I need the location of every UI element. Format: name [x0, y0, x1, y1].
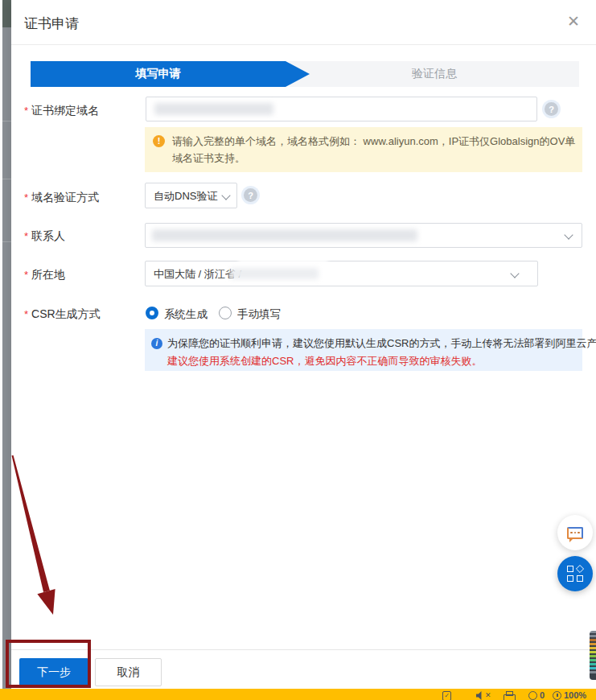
location-label: *所在地 — [24, 268, 65, 282]
csr-info-line1: 为保障您的证书顺利申请，建议您使用默认生成CSR的方式，手动上传将无法部署到阿里… — [167, 335, 576, 352]
domain-help-icon[interactable]: ? — [545, 102, 558, 116]
location-redacted-value — [230, 268, 319, 279]
dialog-title: 证书申请 — [24, 14, 79, 33]
header-divider — [11, 44, 596, 45]
csr-system-radio-label[interactable]: 系统生成 — [164, 307, 208, 322]
counter-icon[interactable] — [528, 691, 537, 700]
contact-label: *联系人 — [24, 229, 65, 244]
counter-value: 0 — [540, 690, 545, 700]
dns-method-label: *域名验证方式 — [24, 191, 99, 205]
domain-redacted-value — [154, 103, 273, 115]
location-select[interactable]: 中国大陆 / 浙江省 / — [145, 261, 538, 286]
cancel-button[interactable]: 取消 — [95, 658, 162, 686]
location-blur-patch — [238, 255, 328, 262]
warning-icon: ! — [153, 135, 165, 147]
csr-manual-radio-label[interactable]: 手动填写 — [237, 307, 281, 322]
step-fill-application-label: 填写申请 — [136, 67, 181, 81]
csr-info-box: i 为保障您的证书顺利申请，建议您使用默认生成CSR的方式，手动上传将无法部署到… — [145, 329, 582, 371]
feedback-chat-button[interactable] — [557, 515, 593, 550]
apps-grid-icon — [567, 566, 584, 583]
csr-info-line2: 建议您使用系统创建的CSR，避免因内容不正确而导致的审核失败。 — [167, 352, 576, 370]
info-icon: i — [151, 338, 162, 349]
speaker-muted-icon[interactable] — [476, 691, 483, 700]
zoom-level: 100% — [564, 690, 586, 700]
chat-bubble-icon — [567, 527, 583, 539]
bottom-toolbar: ✓ ✕ 0 100% — [0, 689, 596, 700]
csr-system-radio[interactable] — [146, 307, 158, 319]
next-step-button[interactable]: 下一步 — [19, 658, 88, 686]
csr-method-label: *CSR生成方式 — [24, 307, 101, 322]
step-fill-application: 填写申请 — [31, 61, 310, 87]
step-verify-info: 验证信息 — [290, 61, 579, 87]
domain-warning-box: ! 请输入完整的单个域名，域名格式例如： www.aliyun.com，IP证书… — [145, 127, 582, 172]
contact-redacted-value — [152, 229, 417, 241]
chevron-down-icon — [564, 230, 573, 239]
chevron-down-icon — [510, 269, 519, 278]
chevron-down-icon — [221, 191, 230, 200]
csr-manual-radio[interactable] — [219, 307, 232, 319]
footer-divider — [11, 649, 596, 650]
screenshot-tool-palette-strip[interactable] — [590, 631, 596, 680]
speaker-mute-x-icon: ✕ — [485, 691, 491, 699]
printer-icon[interactable] — [504, 691, 514, 700]
location-value: 中国大陆 / 浙江省 / — [154, 261, 241, 286]
step-verify-info-label: 验证信息 — [412, 67, 457, 81]
dns-method-select[interactable]: 自动DNS验证 — [145, 183, 237, 208]
background-page-strip — [2, 0, 11, 689]
background-page-strip-top — [2, 0, 11, 27]
certificate-apply-dialog-page: 证书申请 ✕ 验证信息 填写申请 *证书绑定域名 ? ! 请输入完整的单个域名，… — [0, 0, 596, 700]
contact-select[interactable] — [145, 223, 582, 248]
dns-help-icon[interactable]: ? — [244, 188, 257, 202]
app-launcher-button[interactable] — [557, 556, 593, 591]
domain-warning-text: 请输入完整的单个域名，域名格式例如： www.aliyun.com，IP证书仅G… — [172, 135, 575, 164]
note-icon[interactable]: ✓ — [442, 691, 451, 700]
clock-icon[interactable] — [553, 691, 561, 700]
domain-field-label: *证书绑定域名 — [24, 104, 99, 118]
dns-method-value: 自动DNS验证 — [154, 183, 217, 208]
close-icon[interactable]: ✕ — [567, 14, 580, 29]
